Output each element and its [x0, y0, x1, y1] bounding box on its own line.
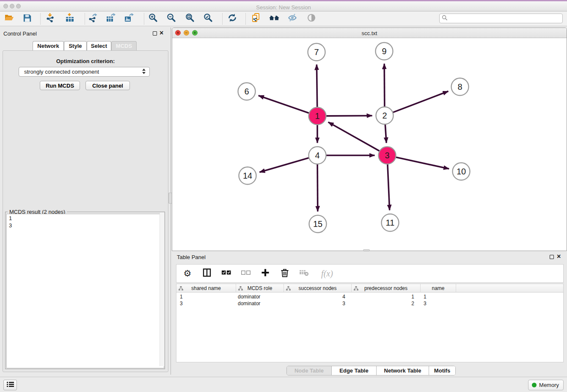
show-column-button[interactable] — [201, 268, 213, 279]
cell-name[interactable]: 3 — [424, 301, 427, 307]
zoom-fit-icon — [185, 13, 195, 25]
export-image-button[interactable] — [124, 13, 135, 24]
graph-edge-2-9[interactable] — [384, 63, 385, 107]
table-row[interactable]: 1 dominator 4 1 1 — [176, 293, 563, 301]
save-session-button[interactable] — [22, 13, 33, 24]
search-field[interactable] — [439, 14, 563, 23]
fx-label: f(x) — [321, 269, 333, 279]
control-panel-float-button[interactable] — [153, 31, 157, 36]
horizontal-split-handle[interactable] — [363, 249, 370, 251]
cell-mcds-role[interactable]: dominator — [238, 294, 260, 300]
mcds-result-textarea[interactable]: 1 3 — [6, 214, 164, 368]
open-folder-icon — [4, 13, 14, 25]
window-title: Session: New Session — [0, 4, 567, 11]
export-network-icon — [88, 13, 98, 25]
network-canvas[interactable]: 1234678910111415 — [172, 38, 567, 251]
function-builder-button[interactable]: f(x) — [318, 268, 336, 279]
cell-predecessor-nodes[interactable]: 1 — [352, 294, 414, 300]
graph-edge-1-2[interactable] — [326, 116, 372, 116]
toolbar-separator — [144, 13, 144, 25]
import-network-button[interactable] — [45, 13, 56, 24]
refresh-button[interactable] — [227, 13, 238, 24]
result-scrollbar-track[interactable] — [160, 213, 164, 366]
toolbar-separator — [222, 13, 223, 25]
column-header-name[interactable]: name — [421, 284, 456, 293]
delete-row-button[interactable] — [279, 268, 291, 279]
table-panel-float-button[interactable] — [550, 255, 554, 259]
graph-edge-1-6[interactable] — [259, 96, 309, 113]
graph-edge-2-3[interactable] — [385, 124, 386, 143]
graph-edge-3-1[interactable] — [328, 122, 380, 151]
checked-boxes-icon — [222, 269, 231, 278]
search-input[interactable] — [448, 14, 562, 22]
status-bar: Memory — [0, 377, 567, 392]
first-neighbors-button[interactable] — [269, 13, 280, 24]
add-row-button[interactable] — [259, 268, 271, 279]
zoom-in-button[interactable] — [148, 13, 159, 24]
hierarchy-icon — [354, 286, 358, 292]
graph-node-label-4: 4 — [315, 151, 319, 160]
task-history-button[interactable] — [3, 380, 17, 390]
graph-edge-4-15[interactable] — [317, 164, 318, 211]
hide-selected-button[interactable] — [287, 13, 298, 24]
graph-edge-4-14[interactable] — [259, 158, 309, 172]
tab-node-table[interactable]: Node Table — [287, 366, 332, 375]
close-panel-button[interactable]: Close panel — [85, 81, 130, 90]
cell-successor-nodes[interactable]: 3 — [284, 301, 345, 307]
column-header-successor-nodes[interactable]: successor nodes — [284, 284, 352, 293]
cell-shared-name[interactable]: 3 — [180, 301, 183, 307]
graph-edge-3-11[interactable] — [388, 164, 390, 210]
delete-table-button[interactable] — [298, 268, 310, 279]
zoom-out-icon — [166, 13, 176, 25]
export-table-button[interactable] — [105, 13, 116, 24]
zoom-fit-button[interactable] — [184, 13, 195, 24]
tab-select[interactable]: Select — [87, 41, 111, 50]
graph-edge-2-8[interactable] — [393, 91, 448, 113]
toolbar-separator — [85, 13, 85, 25]
import-table-icon — [65, 13, 75, 25]
zoom-selected-button[interactable] — [203, 13, 214, 24]
column-header-shared-name[interactable]: shared name — [176, 284, 236, 293]
mcds-result-groupbox: MCDS result (2 nodes) 1 3 — [5, 212, 165, 369]
select-all-button[interactable] — [220, 268, 232, 279]
cell-successor-nodes[interactable]: 4 — [284, 294, 345, 300]
tab-motifs[interactable]: Motifs — [429, 366, 455, 375]
tab-network[interactable]: Network — [33, 41, 64, 50]
graph-node-label-9: 9 — [382, 47, 386, 56]
floppy-save-icon — [22, 13, 32, 25]
graph-edge-3-10[interactable] — [396, 157, 449, 168]
graph-edge-1-7[interactable] — [317, 64, 317, 107]
zoom-out-button[interactable] — [166, 13, 177, 24]
column-header-mcds-role[interactable]: MCDS role — [236, 284, 284, 293]
table-toolbar: ⚙ f(x) — [176, 264, 564, 283]
tab-mcds[interactable]: MCDS — [111, 41, 137, 50]
import-table-button[interactable] — [64, 13, 75, 24]
cell-name[interactable]: 1 — [424, 294, 427, 300]
eye-slash-icon — [287, 13, 297, 25]
tab-network-table[interactable]: Network Table — [377, 366, 429, 375]
cell-shared-name[interactable]: 1 — [180, 294, 183, 300]
new-network-from-selection-button[interactable] — [250, 13, 261, 24]
tab-style[interactable]: Style — [64, 41, 87, 50]
export-network-button[interactable] — [87, 13, 98, 24]
run-mcds-button[interactable]: Run MCDS — [40, 81, 80, 90]
network-window-titlebar[interactable]: scc.txt — [172, 28, 567, 38]
trash-icon — [281, 268, 289, 279]
graph-node-label-15: 15 — [313, 219, 322, 229]
table-row[interactable]: 3 dominator 3 2 3 — [176, 300, 563, 307]
table-options-button[interactable]: ⚙ — [182, 268, 193, 279]
optimization-criterion-select[interactable]: strongly connected component — [19, 67, 150, 77]
show-all-button[interactable] — [306, 13, 317, 24]
open-session-button[interactable] — [4, 13, 15, 24]
memory-button[interactable]: Memory — [528, 380, 564, 390]
control-panel-close-button[interactable] — [160, 30, 163, 36]
optimization-criterion-label: Optimization criterion: — [0, 58, 171, 64]
cell-mcds-role[interactable]: dominator — [238, 301, 260, 307]
tab-edge-table[interactable]: Edge Table — [332, 366, 377, 375]
graph-node-label-6: 6 — [244, 87, 249, 96]
column-header-predecessor-nodes[interactable]: predecessor nodes — [352, 284, 421, 293]
deselect-all-button[interactable] — [240, 268, 252, 279]
cell-predecessor-nodes[interactable]: 2 — [352, 301, 414, 307]
list-icon — [7, 381, 14, 389]
table-panel-close-button[interactable] — [557, 254, 561, 259]
